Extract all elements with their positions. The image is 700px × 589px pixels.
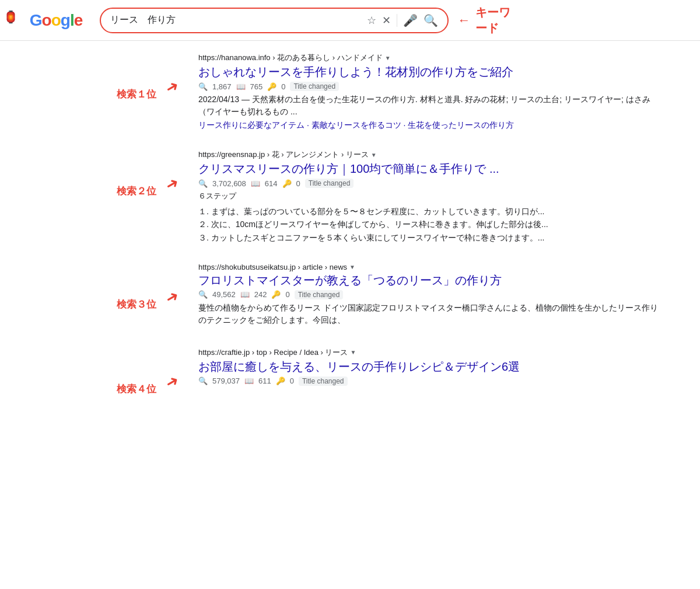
header: 🏮 Google ☆ ✕ 🎤 🔍 ← キーワード — [0, 0, 700, 41]
result-links-1[interactable]: リース作りに必要なアイテム · 素敵なリースを作るコツ · 生花を使ったリースの… — [198, 120, 665, 131]
url-arrow-2: ▼ — [371, 152, 377, 158]
key-count-1: 0 — [281, 82, 285, 91]
url-text-2: https://greensnap.jp › 花 › アレンジメント › リース — [198, 149, 369, 160]
result-title-4[interactable]: お部屋に癒しを与える、リースの手作りレシピ＆デザイン6選 — [198, 359, 665, 374]
result-url-2: https://greensnap.jp › 花 › アレンジメント › リース… — [198, 149, 665, 160]
result-title-3[interactable]: フロリストマイスターが教える「つるのリース」の作り方 — [198, 273, 665, 288]
key-icon-2: 🔑 — [282, 179, 292, 188]
url-arrow-3: ▼ — [349, 264, 355, 270]
main-content: 検索１位 ➜ https://hananowa.info › 花のある暮らし ›… — [0, 41, 700, 426]
keyword-label: キーワード — [475, 5, 520, 36]
result-meta-3: 🔍 49,562 📖 242 🔑 0 Title changed — [198, 290, 665, 299]
star-icon[interactable]: ☆ — [367, 14, 376, 27]
divider — [397, 14, 397, 27]
magnify-icon-1: 🔍 — [198, 82, 208, 91]
book-count-2: 614 — [265, 179, 278, 188]
book-icon-3: 📖 — [240, 290, 250, 299]
book-count-4: 611 — [258, 377, 271, 385]
result-description-1: 2022/04/13 — 天然素材の土台を使った生花リースの作り方. 材料と道具… — [198, 93, 665, 118]
result-meta-2: 🔍 3,702,608 📖 614 🔑 0 Title changed — [198, 179, 665, 188]
result-content-1: https://hananowa.info › 花のある暮らし › ハンドメイド… — [198, 53, 665, 131]
arrow-icon-1: ➜ — [162, 76, 183, 99]
rank-label-2: 検索２位 — [117, 184, 156, 198]
result-title-2[interactable]: クリスマスリースの作り方｜100均で簡単に＆手作りで ... — [198, 161, 665, 176]
magnify-icon-4: 🔍 — [198, 377, 208, 385]
views-count-1: 1,867 — [212, 82, 232, 91]
logo-letter-l: l — [70, 11, 74, 29]
result-url-4: https://craftie.jp › top › Recipe / Idea… — [198, 347, 665, 358]
arrow-col-1: ➜ — [163, 53, 198, 131]
title-changed-badge-4: Title changed — [299, 377, 348, 386]
book-count-1: 765 — [250, 82, 263, 91]
result-meta-4: 🔍 579,037 📖 611 🔑 0 Title changed — [198, 377, 665, 386]
search-bar-wrapper: ☆ ✕ 🎤 🔍 ← キーワード — [100, 5, 520, 36]
search-result-1: 検索１位 ➜ https://hananowa.info › 花のある暮らし ›… — [117, 53, 665, 131]
search-icons: ☆ ✕ 🎤 🔍 — [367, 13, 438, 27]
result-meta-1: 🔍 1,867 📖 765 🔑 0 Title changed — [198, 82, 665, 91]
arrow-icon-2: ➜ — [162, 173, 183, 196]
url-text-1: https://hananowa.info › 花のある暮らし › ハンドメイド — [198, 53, 383, 63]
key-icon-4: 🔑 — [276, 377, 285, 385]
keyword-arrow-icon: ← — [458, 13, 471, 28]
key-count-3: 0 — [285, 290, 289, 299]
views-count-2: 3,702,608 — [212, 179, 246, 188]
rank-col-4: 検索４位 — [117, 347, 163, 396]
title-changed-badge-2: Title changed — [305, 179, 354, 188]
search-result-4: 検索４位 ➜ https://craftie.jp › top › Recipe… — [117, 347, 665, 396]
rank-col-3: 検索３位 — [117, 263, 163, 329]
views-count-3: 49,562 — [212, 290, 236, 299]
result-description-3: 蔓性の植物をからめて作るリース ドイツ国家認定フロリストマイスター橋口学さんによ… — [198, 302, 665, 326]
step-1: １. まずは、葉っぱのついている部分を５〜８センチ程度に、カットしていきます。切… — [198, 205, 665, 218]
url-text-3: https://shokubutsuseikatsu.jp › article … — [198, 263, 347, 271]
url-text-4: https://craftie.jp › top › Recipe / Idea… — [198, 347, 348, 358]
search-input[interactable] — [110, 15, 357, 26]
book-icon-1: 📖 — [236, 82, 246, 91]
arrow-icon-4: ➜ — [162, 371, 183, 393]
url-arrow-1: ▼ — [385, 55, 391, 61]
book-icon-4: 📖 — [244, 377, 254, 385]
logo-letter-g2: g — [61, 11, 70, 29]
arrow-icon-3: ➜ — [162, 287, 183, 309]
url-arrow-4: ▼ — [350, 349, 356, 356]
step-2: ２. 次に、10cmほどリースワイヤーを伸ばしてから、リース枠に巻きます。伸ばし… — [198, 218, 665, 231]
title-changed-badge-3: Title changed — [295, 290, 344, 299]
search-result-2: 検索２位 ➜ https://greensnap.jp › 花 › アレンジメン… — [117, 149, 665, 244]
search-result-3: 検索３位 ➜ https://shokubutsuseikatsu.jp › a… — [117, 263, 665, 329]
result-url-1: https://hananowa.info › 花のある暮らし › ハンドメイド… — [198, 53, 665, 63]
keyword-annotation: ← キーワード — [458, 5, 520, 36]
title-changed-badge-1: Title changed — [290, 82, 339, 91]
step-3: ３. カットしたスギとコニファーを５本くらい束にしてリースワイヤーで枠に巻きつけ… — [198, 231, 665, 244]
logo-letter-e: e — [74, 11, 83, 29]
key-count-2: 0 — [296, 179, 300, 188]
rank-label-4: 検索４位 — [117, 382, 156, 396]
google-logo[interactable]: 🏮 Google — [12, 11, 82, 30]
key-count-4: 0 — [290, 377, 294, 385]
key-icon-3: 🔑 — [271, 290, 281, 299]
logo-letter-o1: o — [42, 11, 51, 29]
lantern-icon: 🏮 — [4, 11, 18, 23]
result-content-4: https://craftie.jp › top › Recipe / Idea… — [198, 347, 665, 396]
search-icon[interactable]: 🔍 — [424, 13, 438, 27]
magnify-icon-2: 🔍 — [198, 179, 208, 188]
rank-label-1: 検索１位 — [117, 88, 156, 101]
result-steps-2: ６ステップ １. まずは、葉っぱのついている部分を５〜８センチ程度に、カットして… — [198, 190, 665, 244]
result-content-3: https://shokubutsuseikatsu.jp › article … — [198, 263, 665, 329]
search-box[interactable]: ☆ ✕ 🎤 🔍 — [100, 8, 448, 33]
result-content-2: https://greensnap.jp › 花 › アレンジメント › リース… — [198, 149, 665, 244]
arrow-col-4: ➜ — [163, 347, 198, 396]
result-url-3: https://shokubutsuseikatsu.jp › article … — [198, 263, 665, 271]
key-icon-1: 🔑 — [267, 82, 276, 91]
arrow-col-2: ➜ — [163, 149, 198, 244]
result-title-1[interactable]: おしゃれなリースを手作りしよう！花材別の作り方をご紹介 — [198, 64, 665, 79]
book-icon-2: 📖 — [251, 179, 260, 188]
book-count-3: 242 — [254, 290, 267, 299]
logo-letter-g: G — [30, 11, 42, 29]
mic-icon[interactable]: 🎤 — [403, 13, 418, 27]
rank-label-3: 検索３位 — [117, 298, 156, 311]
rank-col-2: 検索２位 — [117, 149, 163, 244]
close-icon[interactable]: ✕ — [382, 14, 391, 27]
arrow-col-3: ➜ — [163, 263, 198, 329]
logo-letter-o2: o — [51, 11, 61, 29]
views-count-4: 579,037 — [212, 377, 240, 385]
magnify-icon-3: 🔍 — [198, 290, 208, 299]
